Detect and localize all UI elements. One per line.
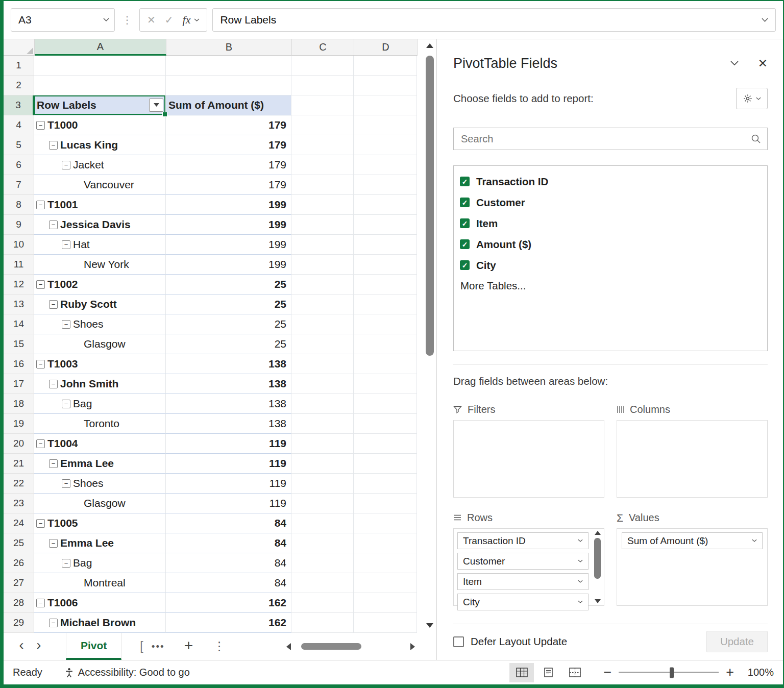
- cell-D23[interactable]: [354, 494, 417, 513]
- row-header-6[interactable]: 6: [4, 155, 34, 175]
- next-sheet-icon[interactable]: ›: [30, 638, 47, 655]
- cell-B14[interactable]: 25: [166, 314, 291, 334]
- row-header-21[interactable]: 21: [4, 454, 34, 474]
- cell-A22[interactable]: −Shoes: [34, 474, 166, 494]
- cell-A14[interactable]: −Shoes: [34, 314, 166, 334]
- cell-D5[interactable]: [354, 135, 417, 155]
- cell-C3[interactable]: [291, 95, 354, 115]
- field-chip[interactable]: City: [457, 594, 589, 610]
- cell-A18[interactable]: −Bag: [34, 394, 166, 414]
- column-header-A[interactable]: A: [35, 39, 166, 56]
- row-header-15[interactable]: 15: [4, 334, 34, 354]
- row-header-3[interactable]: 3: [4, 95, 34, 115]
- cell-A9[interactable]: −Jessica Davis: [34, 215, 166, 235]
- normal-view-button[interactable]: [509, 663, 534, 682]
- column-header-B[interactable]: B: [166, 39, 292, 56]
- cancel-icon[interactable]: ✕: [147, 14, 156, 26]
- cell-C6[interactable]: [291, 155, 354, 175]
- zoom-level[interactable]: 100%: [737, 667, 774, 678]
- cell-C4[interactable]: [291, 115, 354, 135]
- cell-C20[interactable]: [291, 434, 354, 454]
- name-box[interactable]: A3: [11, 8, 115, 32]
- collapse-button[interactable]: −: [36, 121, 45, 130]
- row-header-28[interactable]: 28: [4, 593, 34, 613]
- cell-D27[interactable]: [354, 573, 417, 593]
- row-header-27[interactable]: 27: [4, 573, 34, 593]
- cell-C12[interactable]: [291, 275, 354, 294]
- cell-A13[interactable]: −Ruby Scott: [34, 294, 166, 314]
- field-chip[interactable]: Transaction ID: [457, 532, 589, 549]
- collapse-button[interactable]: −: [62, 479, 70, 488]
- row-header-22[interactable]: 22: [4, 474, 34, 494]
- zoom-in-button[interactable]: +: [723, 666, 737, 679]
- row-header-14[interactable]: 14: [4, 314, 34, 334]
- cell-D28[interactable]: [354, 593, 417, 613]
- cell-A1[interactable]: [34, 56, 166, 76]
- cell-D21[interactable]: [354, 454, 417, 474]
- zoom-slider-thumb[interactable]: [670, 667, 674, 678]
- cell-A3[interactable]: Row Labels: [34, 95, 166, 115]
- cell-D13[interactable]: [354, 294, 417, 314]
- cell-A23[interactable]: Glasgow: [34, 494, 166, 513]
- cell-C26[interactable]: [291, 553, 354, 573]
- cell-B5[interactable]: 179: [166, 135, 291, 155]
- scroll-down-icon[interactable]: [426, 623, 433, 628]
- horizontal-scrollbar[interactable]: [286, 643, 415, 650]
- cell-B10[interactable]: 199: [166, 235, 291, 255]
- row-header-10[interactable]: 10: [4, 235, 34, 255]
- cell-D16[interactable]: [354, 354, 417, 374]
- cell-D4[interactable]: [354, 115, 417, 135]
- cell-D17[interactable]: [354, 374, 417, 394]
- row-header-24[interactable]: 24: [4, 513, 34, 533]
- cell-B3[interactable]: Sum of Amount ($): [166, 95, 291, 115]
- defer-layout-update[interactable]: Defer Layout Update: [453, 635, 567, 648]
- cell-B23[interactable]: 119: [166, 494, 291, 513]
- cell-C29[interactable]: [291, 613, 354, 633]
- page-layout-view-button[interactable]: [536, 663, 560, 682]
- cell-C11[interactable]: [291, 255, 354, 275]
- cell-D24[interactable]: [354, 513, 417, 533]
- cell-D15[interactable]: [354, 334, 417, 354]
- cell-D11[interactable]: [354, 255, 417, 275]
- cell-B2[interactable]: [166, 76, 291, 95]
- field-item-city[interactable]: ✓City: [454, 255, 767, 276]
- horizontal-scroll-track[interactable]: [296, 643, 405, 650]
- cell-C13[interactable]: [291, 294, 354, 314]
- insert-function-button[interactable]: fx: [183, 13, 200, 27]
- cell-B11[interactable]: 199: [166, 255, 291, 275]
- field-item-amount-[interactable]: ✓Amount ($): [454, 234, 767, 255]
- rows-scroll-thumb[interactable]: [594, 538, 601, 579]
- cell-C17[interactable]: [291, 374, 354, 394]
- field-checkbox[interactable]: ✓: [460, 260, 470, 270]
- collapse-button[interactable]: −: [36, 599, 45, 607]
- cell-B28[interactable]: 162: [166, 593, 291, 613]
- field-item-item[interactable]: ✓Item: [454, 213, 767, 234]
- cell-A12[interactable]: −T1002: [34, 275, 166, 294]
- cell-D25[interactable]: [354, 533, 417, 553]
- scroll-up-icon[interactable]: [595, 531, 601, 535]
- search-input[interactable]: [460, 133, 751, 145]
- cell-B26[interactable]: 84: [166, 553, 291, 573]
- cell-A11[interactable]: New York: [34, 255, 166, 275]
- cell-B12[interactable]: 25: [166, 275, 291, 294]
- cell-B20[interactable]: 119: [166, 434, 291, 454]
- vertical-scroll-thumb[interactable]: [426, 56, 434, 356]
- cell-A17[interactable]: −John Smith: [34, 374, 166, 394]
- cell-C23[interactable]: [291, 494, 354, 513]
- cell-C9[interactable]: [291, 215, 354, 235]
- cell-A21[interactable]: −Emma Lee: [34, 454, 166, 474]
- row-header-26[interactable]: 26: [4, 553, 34, 573]
- collapse-button[interactable]: −: [62, 400, 70, 408]
- update-button[interactable]: Update: [706, 631, 768, 652]
- field-chip[interactable]: Item: [457, 573, 589, 590]
- field-item-customer[interactable]: ✓Customer: [454, 192, 767, 213]
- cell-B29[interactable]: 162: [166, 613, 291, 633]
- cell-C2[interactable]: [291, 76, 354, 95]
- zoom-out-button[interactable]: −: [600, 666, 615, 679]
- columns-dropzone[interactable]: [617, 420, 768, 498]
- field-checkbox[interactable]: ✓: [460, 218, 470, 228]
- formula-bar-handle-icon[interactable]: ⋮: [120, 14, 134, 26]
- field-checkbox[interactable]: ✓: [460, 198, 470, 207]
- cell-C14[interactable]: [291, 314, 354, 334]
- pane-options-chevron-icon[interactable]: [730, 61, 739, 66]
